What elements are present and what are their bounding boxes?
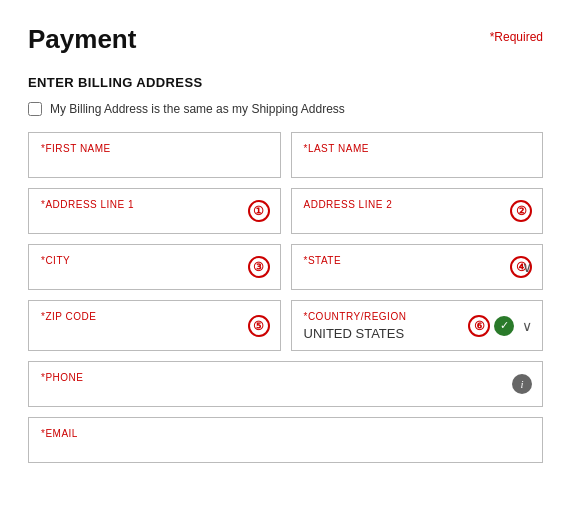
phone-label: *PHONE — [41, 372, 530, 383]
first-name-label: *FIRST NAME — [41, 143, 268, 154]
phone-info-icon[interactable]: i — [512, 374, 532, 394]
city-state-row: *CITY ③ *STATE ④ ∨ — [28, 244, 543, 290]
city-badge: ③ — [248, 256, 270, 278]
country-badge: ⑥ — [468, 315, 490, 337]
email-label: *EMAIL — [41, 428, 530, 439]
zip-badge: ⑤ — [248, 315, 270, 337]
phone-field[interactable]: *PHONE i — [28, 361, 543, 407]
city-field[interactable]: *CITY ③ — [28, 244, 281, 290]
zip-label: *ZIP CODE — [41, 311, 268, 322]
country-dropdown-arrow[interactable]: ∨ — [522, 318, 532, 334]
zip-field[interactable]: *ZIP CODE ⑤ — [28, 300, 281, 351]
name-row: *FIRST NAME *LAST NAME — [28, 132, 543, 178]
address-row: *ADDRESS LINE 1 ① ADDRESS LINE 2 ② — [28, 188, 543, 234]
address2-label: ADDRESS LINE 2 — [304, 199, 531, 210]
first-name-field[interactable]: *FIRST NAME — [28, 132, 281, 178]
page-title: Payment — [28, 24, 136, 55]
last-name-field[interactable]: *LAST NAME — [291, 132, 544, 178]
address1-label: *ADDRESS LINE 1 — [41, 199, 268, 210]
state-dropdown-arrow[interactable]: ∨ — [522, 259, 532, 275]
country-controls: ⑥ ✓ ∨ — [468, 315, 532, 337]
address1-badge: ① — [248, 200, 270, 222]
zip-country-row: *ZIP CODE ⑤ *COUNTRY/REGION UNITED STATE… — [28, 300, 543, 351]
same-address-label: My Billing Address is the same as my Shi… — [50, 102, 345, 116]
country-field[interactable]: *COUNTRY/REGION UNITED STATES ⑥ ✓ ∨ — [291, 300, 544, 351]
state-label: *STATE — [304, 255, 531, 266]
address2-field[interactable]: ADDRESS LINE 2 ② — [291, 188, 544, 234]
required-note: *Required — [490, 30, 543, 44]
country-value: UNITED STATES — [304, 326, 405, 341]
section-title: ENTER BILLING ADDRESS — [28, 75, 543, 90]
phone-row: *PHONE i — [28, 361, 543, 407]
email-row: *EMAIL — [28, 417, 543, 463]
address2-badge: ② — [510, 200, 532, 222]
country-check-icon: ✓ — [494, 316, 514, 336]
email-field[interactable]: *EMAIL — [28, 417, 543, 463]
city-label: *CITY — [41, 255, 268, 266]
address1-field[interactable]: *ADDRESS LINE 1 ① — [28, 188, 281, 234]
state-field[interactable]: *STATE ④ ∨ — [291, 244, 544, 290]
last-name-label: *LAST NAME — [304, 143, 531, 154]
same-address-checkbox[interactable] — [28, 102, 42, 116]
